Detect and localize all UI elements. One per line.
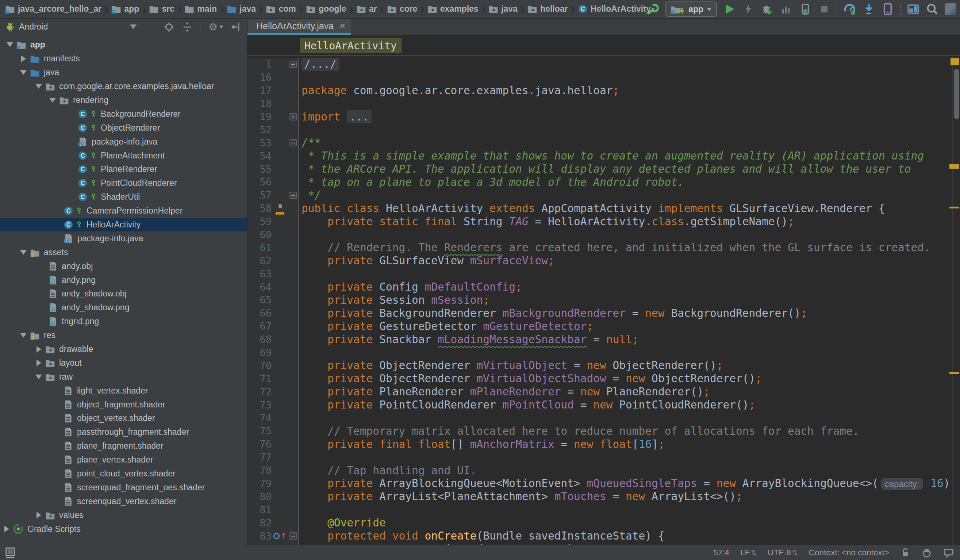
make-project-button[interactable]	[646, 3, 659, 16]
breadcrumb-item-java[interactable]: java	[227, 4, 256, 14]
inspection-status-indicator[interactable]	[950, 58, 959, 66]
notifications-icon[interactable]	[943, 547, 954, 558]
tool-windows-button[interactable]	[907, 3, 920, 16]
code-line-18[interactable]: 18	[248, 97, 953, 110]
chevron-right-icon[interactable]	[35, 512, 42, 518]
code-line-82[interactable]: 82 @Override	[248, 516, 953, 530]
tree-item-raw[interactable]: raw	[0, 370, 247, 384]
breadcrumb-item-main[interactable]: main	[184, 4, 217, 14]
profile-button[interactable]	[780, 3, 793, 16]
code-line-59[interactable]: 59 private static final String TAG = Hel…	[248, 215, 953, 228]
tree-item-screenquad-vertex-shader[interactable]: screenquad_vertex.shader	[0, 494, 247, 508]
chevron-down-icon[interactable]	[6, 42, 13, 47]
tree-item-res[interactable]: res	[0, 328, 247, 342]
chevron-down-icon[interactable]	[35, 374, 42, 379]
code-line-54[interactable]: 54 * This is a simple example that shows…	[248, 149, 953, 162]
tree-item-helloaractivity[interactable]: CHelloArActivity	[0, 218, 247, 232]
toolwindow-toggle-icon[interactable]	[4, 547, 16, 558]
tree-item-values[interactable]: values	[0, 508, 247, 522]
tree-item-andy-shadow-png[interactable]: andy_shadow.png	[0, 301, 247, 315]
code-line-61[interactable]: 61 // Rendering. The Renderers are creat…	[248, 241, 953, 254]
chevron-down-icon[interactable]	[20, 70, 27, 75]
chevron-down-icon[interactable]	[35, 84, 42, 89]
code-line-80[interactable]: 80 private ArrayList<PlaneAttachment> mT…	[248, 490, 953, 503]
code-line-83[interactable]: 83↑− protected void onCreate(Bundle save…	[248, 530, 953, 542]
tree-item-package-info-java[interactable]: Jpackage-info.java	[0, 232, 247, 245]
code-line-78[interactable]: 78 // Tap handling and UI.	[248, 464, 953, 477]
tree-item-andy-png[interactable]: andy.png	[0, 273, 247, 287]
fold-collapse-icon[interactable]: −	[290, 139, 297, 146]
code-line-68[interactable]: 68 private Snackbar mLoadingMessageSnack…	[248, 333, 953, 346]
collapse-all-button[interactable]	[182, 22, 193, 32]
tree-item-light-vertex-shader[interactable]: light_vertex.shader	[0, 384, 247, 398]
code-line-79[interactable]: 79 private ArrayBlockingQueue<MotionEven…	[248, 477, 953, 490]
tree-item-objectrenderer[interactable]: CObjectRenderer	[0, 121, 247, 135]
tree-item-drawable[interactable]: drawable	[0, 342, 247, 356]
code-line-55[interactable]: 55 * the ARCore API. The application wil…	[248, 162, 953, 176]
tree-item-trigrid-png[interactable]: trigrid.png	[0, 315, 247, 328]
editor-breadcrumb-chip[interactable]: HelloArActivity	[300, 38, 402, 53]
user-avatar[interactable]	[945, 3, 956, 15]
tree-item-screenquad-fragment-oes-shader[interactable]: screenquad_fragment_oes.shader	[0, 481, 247, 494]
tree-item-layout[interactable]: layout	[0, 356, 247, 370]
code-line-52[interactable]: 52	[248, 123, 953, 136]
scrollbar-warning-mark[interactable]	[949, 164, 959, 169]
fold-expand-icon[interactable]: +	[290, 113, 297, 120]
chevron-right-icon[interactable]	[35, 346, 42, 353]
chevron-right-icon[interactable]	[35, 360, 42, 366]
breadcrumb-item-com[interactable]: com	[266, 4, 296, 14]
stop-button[interactable]	[818, 3, 831, 16]
editor-tab-helloaractivity[interactable]: HelloArActivity.java ×	[248, 19, 351, 35]
code-line-17[interactable]: 17package com.google.ar.core.examples.ja…	[248, 84, 953, 97]
breadcrumb-item-helloar[interactable]: helloar	[528, 4, 568, 14]
chevron-down-icon[interactable]	[49, 98, 56, 102]
sdk-manager-button[interactable]	[862, 3, 875, 16]
search-everywhere-button[interactable]	[926, 3, 939, 16]
android-profiler-button[interactable]	[843, 3, 856, 16]
run-config-selector[interactable]: app	[666, 2, 717, 17]
settings-button[interactable]: ⚙	[208, 22, 223, 32]
code-line-56[interactable]: 56 * tap on a plane to place a 3d model …	[248, 176, 953, 189]
highlighting-level-icon[interactable]	[921, 547, 932, 558]
overriding-method-gutter-icon[interactable]: ↑	[272, 532, 288, 540]
code-line-62[interactable]: 62 private GLSurfaceView mSurfaceView;	[248, 254, 953, 267]
fold-collapse-icon[interactable]: −	[290, 192, 297, 199]
lock-icon[interactable]	[900, 547, 910, 558]
chevron-right-icon[interactable]	[20, 56, 27, 62]
breadcrumb-item-src[interactable]: src	[149, 4, 174, 14]
code-line-73[interactable]: 73 private PointCloudRenderer mPointClou…	[248, 398, 953, 411]
tree-item-object-fragment-shader[interactable]: object_fragment.shader	[0, 398, 247, 411]
folded-region[interactable]: /.../	[301, 58, 339, 71]
code-line-19[interactable]: 19+import ...	[248, 110, 953, 123]
attach-debugger-button[interactable]	[798, 3, 812, 16]
code-line-77[interactable]: 77	[248, 451, 953, 464]
scrollbar-warning-mark[interactable]	[949, 372, 959, 374]
tree-item-package-info-java[interactable]: Jpackage-info.java	[0, 135, 247, 149]
locate-button[interactable]	[163, 22, 174, 32]
breadcrumb-item-ar[interactable]: ar	[356, 4, 377, 14]
breadcrumb-item-app[interactable]: app	[111, 4, 139, 14]
tree-item-plane-fragment-shader[interactable]: plane_fragment.shader	[0, 439, 247, 453]
tree-item-object-vertex-shader[interactable]: object_vertex.shader	[0, 411, 247, 425]
breadcrumb-item-helloaractivity[interactable]: CHelloArActivity	[578, 4, 651, 14]
avd-manager-button[interactable]	[881, 3, 894, 16]
project-view-selector[interactable]: Android	[5, 22, 136, 32]
debug-button[interactable]	[761, 3, 774, 16]
tree-item-gradle-scripts[interactable]: Gradle Scripts	[0, 522, 247, 536]
tree-item-com-google-ar-core-examples-java-helloar[interactable]: com.google.ar.core.examples.java.helloar	[0, 80, 247, 93]
code-line-76[interactable]: 76 private final float[] mAnchorMatrix =…	[248, 438, 953, 451]
tree-item-plane-vertex-shader[interactable]: plane_vertex.shader	[0, 453, 247, 467]
apply-changes-button[interactable]	[742, 3, 755, 16]
tree-item-rendering[interactable]: rendering	[0, 93, 247, 107]
code-line-60[interactable]: 60	[248, 228, 953, 241]
code-line-16[interactable]: 16	[248, 71, 953, 84]
tree-item-camerapermissionhelper[interactable]: CCameraPermissionHelper	[0, 204, 247, 218]
chevron-down-icon[interactable]	[20, 333, 27, 338]
code-line-1[interactable]: 1+/.../	[248, 58, 953, 71]
code-line-74[interactable]: 74	[248, 411, 953, 424]
breadcrumb-item-examples[interactable]: examples	[427, 4, 478, 14]
code-line-69[interactable]: 69	[248, 346, 953, 359]
chevron-down-icon[interactable]	[20, 250, 27, 255]
tab-close-icon[interactable]: ×	[339, 21, 345, 31]
breadcrumb-item-google[interactable]: google	[306, 4, 346, 14]
